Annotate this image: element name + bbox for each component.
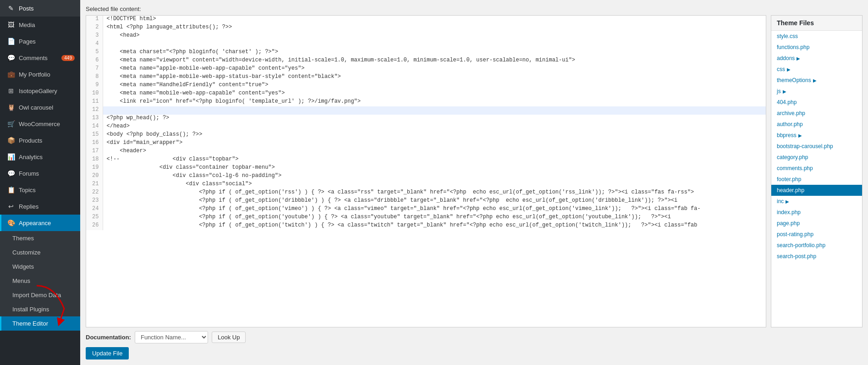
- sidebar-label-isotope: IsotopeGallery: [19, 88, 57, 94]
- theme-file-label: author.php: [777, 121, 803, 127]
- sidebar-item-themes[interactable]: Themes: [0, 231, 80, 245]
- sidebar-item-appearance[interactable]: 🎨Appearance: [0, 215, 80, 231]
- sidebar-item-pages[interactable]: 📄Pages: [0, 33, 80, 50]
- sidebar-label-import-demo: Import Demo Data: [12, 292, 61, 299]
- line-content-5: <meta charset="<?php bloginfo( 'charset'…: [103, 49, 766, 57]
- theme-file-label: bbpress: [777, 132, 797, 138]
- sidebar-item-menus[interactable]: Menus: [0, 274, 80, 288]
- theme-file-404-php[interactable]: 404.php: [771, 97, 862, 108]
- code-line-20: 20 <div class="col-lg-6 no-padding">: [86, 172, 766, 181]
- code-editor[interactable]: 1<!DOCTYPE html>2<html <?php language_at…: [86, 15, 766, 327]
- code-line-19: 19 <div class="container topbar-menu">: [86, 164, 766, 172]
- line-number-24: 24: [86, 205, 103, 214]
- theme-file-label: style.css: [777, 33, 798, 39]
- line-number-18: 18: [86, 156, 103, 164]
- line-content-25: <?php if ( of_get_option('youtube') ) { …: [103, 214, 766, 222]
- line-number-2: 2: [86, 24, 103, 32]
- code-scroll-area[interactable]: 1<!DOCTYPE html>2<html <?php language_at…: [86, 16, 766, 327]
- theme-file-author-php[interactable]: author.php: [771, 119, 862, 130]
- code-line-15: 15<body <?php body_class(); ?>>: [86, 131, 766, 139]
- sidebar-item-install-plugins[interactable]: Install Plugins: [0, 302, 80, 316]
- line-number-3: 3: [86, 32, 103, 40]
- theme-file-page-php[interactable]: page.php: [771, 218, 862, 229]
- line-content-18: <!-- <div class="topbar">: [103, 156, 766, 164]
- line-number-10: 10: [86, 90, 103, 98]
- folder-arrow-icon: ▶: [783, 89, 786, 94]
- line-content-23: <?php if ( of_get_option('dribbble') ) {…: [103, 197, 766, 205]
- isotope-icon: ⊞: [7, 87, 15, 94]
- line-content-11: <link rel="icon" href="<?php bloginfo( '…: [103, 98, 766, 106]
- line-number-15: 15: [86, 131, 103, 139]
- sidebar-label-products: Products: [19, 137, 42, 144]
- folder-arrow-icon: ▶: [798, 133, 802, 138]
- sidebar-item-posts[interactable]: ✎Posts: [0, 0, 80, 17]
- theme-files-title: Theme Files: [771, 16, 862, 31]
- theme-file-bbpress[interactable]: bbpress ▶: [771, 130, 862, 141]
- theme-file-archive-php[interactable]: archive.php: [771, 108, 862, 119]
- theme-file-label: footer.php: [777, 176, 801, 182]
- theme-file-style-css[interactable]: style.css: [771, 31, 862, 42]
- code-line-3: 3 <head>: [86, 32, 766, 40]
- sidebar-item-import-demo[interactable]: Import Demo Data: [0, 288, 80, 302]
- theme-file-js[interactable]: js ▶: [771, 86, 862, 97]
- theme-file-header-php[interactable]: header.php: [771, 185, 862, 196]
- sidebar-item-comments[interactable]: 💬Comments449: [0, 50, 80, 66]
- theme-file-index-php[interactable]: index.php: [771, 207, 862, 218]
- line-number-1: 1: [86, 16, 103, 24]
- theme-file-bootstrap-carousel-php[interactable]: bootstrap-carousel.php: [771, 141, 862, 152]
- theme-file-functions-php[interactable]: functions.php: [771, 42, 862, 53]
- theme-file-inc[interactable]: inc ▶: [771, 196, 862, 207]
- line-number-20: 20: [86, 172, 103, 181]
- theme-file-category-php[interactable]: category.php: [771, 152, 862, 163]
- folder-arrow-icon: ▶: [797, 56, 800, 61]
- sidebar-item-forums[interactable]: 💬Forums: [0, 165, 80, 182]
- line-number-5: 5: [86, 49, 103, 57]
- products-icon: 📦: [7, 137, 15, 144]
- sidebar-item-topics[interactable]: 📋Topics: [0, 182, 80, 198]
- sidebar-item-media[interactable]: 🖼Media: [0, 17, 80, 33]
- code-line-14: 14</head>: [86, 123, 766, 131]
- sidebar-item-customize[interactable]: Customize: [0, 245, 80, 260]
- theme-file-label: search-portfolio.php: [777, 242, 825, 249]
- sidebar-label-topics: Topics: [19, 187, 36, 194]
- line-content-1: <!DOCTYPE html>: [103, 16, 766, 24]
- sidebar-label-owl: Owl carousel: [19, 104, 53, 111]
- sidebar-label-comments: Comments: [19, 55, 48, 61]
- sidebar-item-widgets[interactable]: Widgets: [0, 260, 80, 274]
- lookup-button[interactable]: Look Up: [212, 332, 246, 343]
- sidebar-item-portfolio[interactable]: 💼My Portfolio: [0, 66, 80, 83]
- sidebar-item-replies[interactable]: ↩Replies: [0, 198, 80, 215]
- theme-file-css[interactable]: css ▶: [771, 64, 862, 75]
- doc-select[interactable]: Function Name...: [135, 331, 208, 343]
- sidebar-item-woocommerce[interactable]: 🛒WooCommerce: [0, 116, 80, 132]
- theme-files-list: style.cssfunctions.phpaddons ▶css ▶theme…: [771, 31, 862, 327]
- sidebar-label-replies: Replies: [19, 203, 38, 210]
- theme-file-comments-php[interactable]: comments.php: [771, 163, 862, 174]
- line-number-12: 12: [86, 106, 103, 115]
- replies-icon: ↩: [7, 203, 15, 210]
- sidebar-item-products[interactable]: 📦Products: [0, 132, 80, 149]
- code-line-12: 12: [86, 106, 766, 115]
- theme-file-footer-php[interactable]: footer.php: [771, 174, 862, 185]
- sidebar-item-analytics[interactable]: 📊Analytics: [0, 149, 80, 165]
- line-content-13: <?php wp_head(); ?>: [103, 115, 766, 123]
- sidebar-item-isotope[interactable]: ⊞IsotopeGallery: [0, 83, 80, 99]
- line-number-8: 8: [86, 73, 103, 82]
- theme-file-themeOptions[interactable]: themeOptions ▶: [771, 75, 862, 86]
- sidebar-label-portfolio: My Portfolio: [19, 71, 50, 78]
- update-file-button[interactable]: Update File: [86, 347, 129, 359]
- code-line-16: 16<div id="main_wrapper">: [86, 139, 766, 148]
- sidebar-item-owl[interactable]: 🦉Owl carousel: [0, 99, 80, 116]
- theme-file-addons[interactable]: addons ▶: [771, 53, 862, 64]
- theme-file-search-post-php[interactable]: search-post.php: [771, 251, 862, 262]
- code-table: 1<!DOCTYPE html>2<html <?php language_at…: [86, 16, 766, 230]
- sidebar-item-theme-editor[interactable]: Theme Editor: [0, 316, 80, 331]
- theme-file-search-portfolio-php[interactable]: search-portfolio.php: [771, 240, 862, 251]
- theme-file-label: functions.php: [777, 44, 809, 50]
- code-line-9: 9 <meta name="HandheldFriendly" content=…: [86, 82, 766, 90]
- theme-file-label: css: [777, 66, 785, 72]
- line-content-16: <div id="main_wrapper">: [103, 139, 766, 148]
- theme-file-post-rating-php[interactable]: post-rating.php: [771, 229, 862, 240]
- theme-file-label: index.php: [777, 209, 801, 216]
- sidebar-label-themes: Themes: [12, 235, 34, 242]
